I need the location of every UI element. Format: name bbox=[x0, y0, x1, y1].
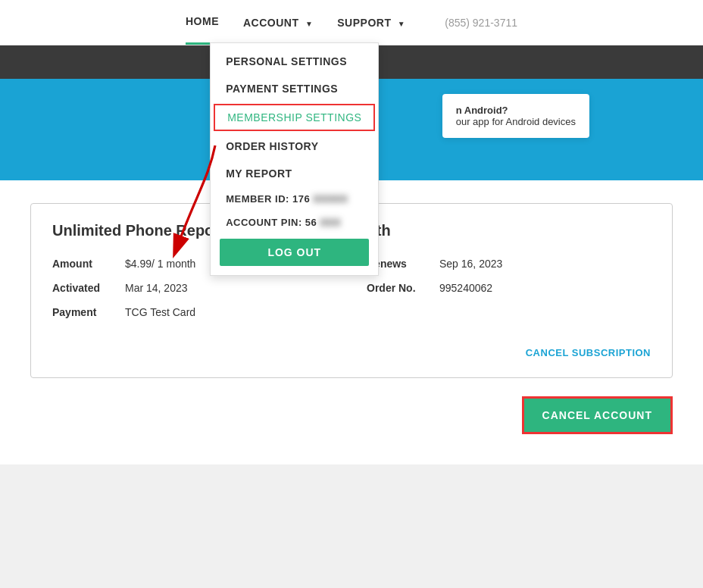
payment-row: Payment TCG Test Card bbox=[52, 306, 336, 318]
member-id-blurred: XXXXX bbox=[313, 193, 348, 205]
payment-label: Payment bbox=[52, 306, 113, 318]
payment-value: TCG Test Card bbox=[125, 306, 195, 318]
dropdown-membership-settings[interactable]: Membership Settings bbox=[214, 104, 375, 131]
nav-support[interactable]: SUPPORT ▼ bbox=[337, 2, 405, 44]
account-pin-blurred: XXX bbox=[320, 217, 341, 228]
nav-home[interactable]: HOME bbox=[186, 0, 219, 45]
android-promo: n Android? our app for Android devices bbox=[442, 94, 589, 138]
arrow-container bbox=[152, 139, 242, 264]
dropdown-personal-settings[interactable]: Personal Settings bbox=[211, 48, 378, 75]
cancel-account-section: CANCEL ACCOUNT bbox=[30, 396, 673, 434]
activated-label: Activated bbox=[52, 282, 113, 294]
order-label: Order No. bbox=[367, 282, 427, 294]
amount-label: Amount bbox=[52, 258, 113, 270]
cancel-account-button[interactable]: CANCEL ACCOUNT bbox=[522, 396, 673, 434]
renews-row: Renews Sep 16, 2023 bbox=[367, 258, 651, 270]
nav-account[interactable]: ACCOUNT ▼ Personal Settings Payment Sett… bbox=[243, 2, 313, 44]
order-row: Order No. 995240062 bbox=[367, 282, 651, 294]
android-promo-title: n Android? bbox=[456, 105, 508, 116]
support-dropdown-arrow: ▼ bbox=[398, 20, 405, 28]
account-dropdown-arrow: ▼ bbox=[305, 20, 313, 28]
activated-value: Mar 14, 2023 bbox=[125, 282, 188, 294]
phone-number: (855) 921-3711 bbox=[445, 17, 517, 29]
renews-value: Sep 16, 2023 bbox=[439, 258, 502, 270]
activated-row: Activated Mar 14, 2023 bbox=[52, 282, 336, 294]
order-value: 995240062 bbox=[439, 282, 492, 294]
cancel-subscription-link[interactable]: CANCEL SUBSCRIPTION bbox=[526, 347, 651, 358]
main-nav: HOME ACCOUNT ▼ Personal Settings Payment… bbox=[186, 0, 517, 45]
android-promo-body: our app for Android devices bbox=[456, 116, 576, 127]
red-arrow-icon bbox=[152, 139, 242, 261]
dropdown-payment-settings[interactable]: Payment Settings bbox=[211, 75, 378, 102]
header: HOME ACCOUNT ▼ Personal Settings Payment… bbox=[0, 0, 703, 45]
cancel-subscription-section: CANCEL SUBSCRIPTION bbox=[52, 333, 651, 359]
